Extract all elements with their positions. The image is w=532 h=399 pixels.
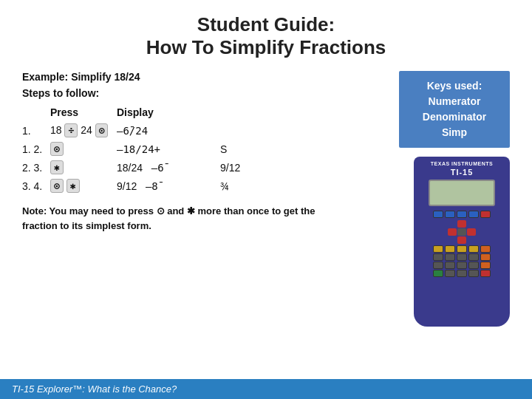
keys-label: Keys used:: [427, 80, 482, 92]
enter-key-1: ⊙: [95, 123, 109, 137]
key3-label: Simp: [442, 126, 467, 138]
col-header-step: [22, 105, 50, 121]
calc-row-5: [433, 270, 491, 277]
step-num: 1. 2.: [22, 140, 50, 158]
calc-btn: [468, 245, 479, 253]
table-row: 3. 4. ⊙ ✱ 9/12 —8̄ ¾: [22, 177, 340, 195]
display-val: —6̄/24: [117, 121, 220, 140]
right-arrow: [467, 228, 476, 236]
calc-btn: [445, 253, 455, 261]
calc-btn: [480, 211, 491, 218]
col-header-display: Display: [117, 105, 220, 121]
calc-btn: [457, 253, 467, 261]
calc-btn: [457, 245, 467, 253]
simp-key-1: ✱: [50, 160, 64, 174]
calc-btn: [445, 211, 455, 218]
example-label: Example:: [22, 71, 68, 83]
display-val: 18/24 —6̄: [117, 158, 220, 177]
table-row: 1. 2. ⊙ —18/24+ S: [22, 140, 340, 158]
press-val: ⊙ ✱: [50, 177, 117, 195]
key1-label: Numerator: [429, 95, 481, 107]
left-panel: Example: Simplify 18/24 Steps to follow:…: [22, 71, 340, 327]
calc-btn: [457, 211, 467, 218]
center-btn: [457, 228, 466, 236]
calc-btn: [433, 211, 443, 218]
calc-btn: [433, 270, 443, 277]
col-header-extra: [220, 105, 340, 121]
right-panel: Keys used: Numerator Denominator Simp TE…: [347, 71, 510, 327]
calc-row-1: [433, 211, 491, 218]
calculator-image: TEXAS INSTRUMENTS TI-15: [414, 157, 510, 327]
press-val: 18 ÷ 24 ⊙: [50, 121, 117, 140]
down-arrow: [457, 236, 466, 244]
col-header-press: Press: [50, 105, 117, 121]
step-num: 2. 3.: [22, 158, 50, 177]
calc-btn: [433, 245, 443, 253]
enter-key-2: ⊙: [50, 142, 64, 156]
calc-btn: [457, 262, 467, 269]
enter-key-3: ⊙: [50, 179, 64, 193]
main-content: Student Guide: How To Simplify Fractions…: [0, 0, 532, 334]
press-val: ✱: [50, 158, 117, 177]
up-arrow: [457, 220, 466, 228]
calc-btn: [480, 262, 491, 269]
display-val: 9/12 —8̄: [117, 177, 220, 195]
note-text: Note: You may need to press ⊙ and ✱ more…: [22, 204, 340, 233]
display-val: —18/24+: [117, 140, 220, 158]
calc-row-4: [433, 262, 491, 269]
keys-box: Keys used: Numerator Denominator Simp: [399, 71, 510, 148]
steps-heading: Steps to follow:: [22, 87, 340, 99]
calc-btn: [445, 262, 455, 269]
calc-btn: [445, 270, 455, 277]
calc-btn: [468, 262, 479, 269]
content-area: Example: Simplify 18/24 Steps to follow:…: [22, 71, 510, 327]
calc-row-2: [433, 245, 491, 253]
calc-btn: [480, 245, 491, 253]
footer-bar: TI-15 Explorer™: What is the Chance?: [0, 379, 532, 399]
calc-screen: [429, 180, 495, 206]
press-val: ⊙: [50, 140, 117, 158]
footer-text: TI-15 Explorer™: What is the Chance?: [12, 383, 177, 395]
table-row: 2. 3. ✱ 18/24 —6̄ 9/12: [22, 158, 340, 177]
left-arrow: [448, 228, 457, 236]
calc-btn: [457, 270, 467, 277]
calc-btn: [433, 262, 443, 269]
arrow-cluster: [448, 220, 476, 244]
step-num: 1.: [22, 121, 50, 140]
calc-btn: [480, 270, 491, 277]
divide-key: ÷: [64, 123, 78, 137]
calc-btn: [433, 253, 443, 261]
key2-label: Denominator: [423, 111, 486, 123]
steps-table: Press Display 1. 18 ÷ 24 ⊙ —6̄/24: [22, 105, 340, 195]
table-row: 1. 18 ÷ 24 ⊙ —6̄/24: [22, 121, 340, 140]
calc-model: TI-15: [451, 168, 474, 177]
example-text: Simplify 18/24: [71, 71, 140, 83]
calc-brand: TEXAS INSTRUMENTS: [431, 161, 493, 166]
step-num: 3. 4.: [22, 177, 50, 195]
calc-btn: [445, 245, 455, 253]
title-line1: Student Guide:: [197, 13, 335, 35]
example-line: Example: Simplify 18/24: [22, 71, 340, 83]
calc-row-3: [433, 253, 491, 261]
title-line2: How To Simplify Fractions: [146, 36, 386, 58]
calc-btn: [468, 211, 479, 218]
page-title: Student Guide: How To Simplify Fractions: [22, 13, 510, 59]
simp-key-2: ✱: [66, 179, 80, 193]
calc-btn: [480, 253, 491, 261]
calc-btn: [468, 270, 479, 277]
calc-btn: [468, 253, 479, 261]
